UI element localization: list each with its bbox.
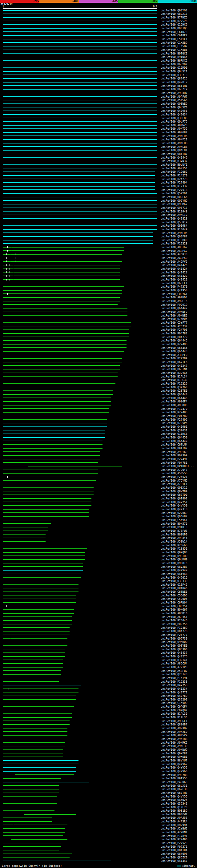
alignment-bar[interactable] bbox=[3, 534, 45, 534]
alignment-bar[interactable] bbox=[3, 204, 157, 205]
alignment-bar[interactable] bbox=[3, 739, 65, 739]
subject-id-label[interactable]: UniRef100_B6SLF1 bbox=[161, 282, 188, 285]
subject-id-label[interactable]: UniRef100_B9I013 bbox=[161, 526, 188, 529]
subject-id-label[interactable]: UniRef100_B6UY02 bbox=[161, 63, 188, 66]
subject-id-label[interactable]: UniRef100_A5BFB2 bbox=[161, 670, 188, 673]
alignment-bar[interactable] bbox=[3, 423, 107, 423]
alignment-bar[interactable] bbox=[3, 269, 120, 269]
subject-id-label[interactable]: UniRef100_P49063 bbox=[161, 780, 188, 784]
subject-id-label[interactable]: UniRef100_Q23143 bbox=[161, 673, 188, 676]
subject-id-label[interactable]: UniRef100_Q16HC9 bbox=[161, 23, 188, 26]
subject-id-label[interactable]: UniRef100_A7P1V3 bbox=[161, 666, 188, 669]
subject-id-label[interactable]: UniRef100_Q4YV62 bbox=[161, 763, 188, 766]
alignment-bar[interactable] bbox=[3, 232, 153, 233]
subject-id-label[interactable]: UniRef100_Q49B12 bbox=[161, 81, 188, 84]
subject-id-label[interactable]: UniRef100_Q4VY58 bbox=[161, 684, 188, 687]
alignment-bar[interactable] bbox=[3, 480, 96, 480]
alignment-bar[interactable] bbox=[3, 398, 111, 398]
subject-id-label[interactable]: UniRef100_P13851 bbox=[161, 547, 188, 550]
subject-id-label[interactable]: UniRef100_B1PL35 bbox=[161, 716, 188, 719]
alignment-bar[interactable] bbox=[3, 100, 157, 100]
alignment-bar[interactable] bbox=[3, 678, 61, 678]
alignment-bar[interactable] bbox=[3, 789, 59, 789]
subject-id-label[interactable]: UniRef100_Q41424 bbox=[161, 267, 188, 270]
alignment-bar[interactable] bbox=[3, 121, 157, 122]
alignment-bar[interactable] bbox=[3, 132, 157, 133]
subject-id-label[interactable]: UniRef100_C6TD73 bbox=[161, 30, 188, 34]
alignment-bar[interactable] bbox=[3, 225, 157, 226]
alignment-bar[interactable] bbox=[3, 96, 157, 97]
alignment-bar[interactable] bbox=[3, 139, 157, 140]
alignment-bar[interactable] bbox=[3, 261, 122, 262]
alignment-bar[interactable] bbox=[3, 351, 124, 352]
alignment-bar[interactable] bbox=[3, 276, 120, 276]
subject-id-label[interactable]: UniRef100_P12333 bbox=[161, 680, 188, 683]
alignment-bar[interactable] bbox=[3, 634, 70, 635]
alignment-bar[interactable] bbox=[3, 222, 157, 222]
subject-id-label[interactable]: UniRef100_P27490 bbox=[161, 838, 188, 841]
subject-id-label[interactable]: UniRef100_P04778 bbox=[161, 630, 188, 633]
subject-id-label[interactable]: UniRef100_P26521 bbox=[161, 475, 188, 478]
alignment-bar[interactable] bbox=[3, 828, 65, 829]
alignment-bar[interactable] bbox=[3, 21, 157, 21]
subject-id-label[interactable]: UniRef100_Q84698 bbox=[161, 852, 188, 856]
alignment-bar[interactable] bbox=[3, 555, 85, 556]
subject-id-label[interactable]: UniRef100_Q04046 bbox=[161, 587, 188, 590]
alignment-bar[interactable] bbox=[3, 552, 85, 553]
subject-id-label[interactable]: UniRef100_Q40247 bbox=[161, 364, 188, 367]
alignment-bar[interactable] bbox=[3, 566, 83, 567]
alignment-bar[interactable] bbox=[11, 839, 67, 840]
alignment-bar[interactable] bbox=[3, 717, 72, 718]
alignment-bar[interactable] bbox=[3, 527, 48, 527]
alignment-bar[interactable] bbox=[3, 240, 153, 241]
subject-id-label[interactable]: UniRef100_Q8VZB7 bbox=[161, 565, 188, 568]
subject-id-label[interactable]: UniRef100_D0F1Q5 bbox=[161, 27, 188, 30]
alignment-bar[interactable] bbox=[3, 111, 157, 111]
alignment-bar[interactable] bbox=[3, 746, 65, 746]
subject-id-label[interactable]: UniRef100_Q9XQB1 bbox=[161, 755, 188, 758]
subject-id-label[interactable]: UniRef100_Q67TH3 bbox=[161, 791, 188, 795]
alignment-bar[interactable] bbox=[3, 656, 65, 657]
subject-id-label[interactable]: UniRef100_A7QYM5 bbox=[161, 479, 188, 482]
subject-id-label[interactable]: UniRef100_Q8LX17 bbox=[161, 12, 188, 16]
subject-id-label[interactable]: UniRef100_Q64447 bbox=[161, 307, 188, 310]
subject-id-label[interactable]: UniRef100_P12329 bbox=[161, 382, 188, 385]
alignment-bar[interactable] bbox=[3, 35, 157, 36]
subject-id-label[interactable]: UniRef100_P27496 bbox=[161, 343, 188, 346]
subject-id-label[interactable]: UniRef100_Q67TF6 bbox=[161, 361, 188, 364]
alignment-bar[interactable] bbox=[3, 67, 157, 68]
alignment-bar[interactable] bbox=[3, 330, 129, 330]
alignment-bar[interactable] bbox=[3, 627, 70, 628]
subject-id-label[interactable]: UniRef100_A9NSV9 bbox=[161, 734, 188, 737]
alignment-bar[interactable] bbox=[3, 505, 91, 506]
alignment-bar[interactable] bbox=[3, 297, 120, 298]
subject-id-label[interactable]: UniRef100_Q40771 bbox=[161, 691, 188, 694]
subject-id-label[interactable]: UniRef100_P14279 bbox=[161, 174, 188, 177]
alignment-bar[interactable] bbox=[3, 337, 129, 337]
subject-id-label[interactable]: UniRef100_A6N154 bbox=[161, 167, 188, 170]
subject-id-label[interactable]: UniRef100_B1PL36 bbox=[161, 712, 188, 715]
subject-id-label[interactable]: UniRef100_Q49318 bbox=[161, 508, 188, 511]
alignment-bar[interactable] bbox=[3, 685, 80, 685]
subject-id-label[interactable]: UniRef100_Q39341 bbox=[161, 802, 188, 805]
subject-id-label[interactable]: UniRef100_C6T8F7 bbox=[161, 34, 188, 37]
subject-id-label[interactable]: UniRef100_P92919 bbox=[161, 303, 188, 306]
subject-id-label[interactable]: UniRef100_Q8W7B9 bbox=[161, 490, 188, 493]
alignment-bar[interactable] bbox=[3, 516, 89, 517]
alignment-bar[interactable] bbox=[3, 584, 78, 585]
alignment-bar[interactable] bbox=[3, 283, 124, 283]
alignment-bar[interactable] bbox=[3, 333, 129, 334]
subject-id-label[interactable]: UniRef100_P47370 bbox=[161, 285, 188, 288]
alignment-bar[interactable] bbox=[3, 832, 65, 833]
alignment-bar[interactable] bbox=[3, 401, 111, 402]
alignment-bar[interactable] bbox=[3, 613, 74, 614]
subject-id-label[interactable]: UniRef100_Q4YV48 bbox=[161, 572, 188, 576]
alignment-bar[interactable] bbox=[3, 753, 63, 753]
alignment-bar[interactable] bbox=[3, 825, 67, 825]
subject-id-label[interactable]: UniRef100_Q64450 bbox=[161, 436, 188, 439]
subject-id-label[interactable]: UniRef100_A25732 bbox=[161, 325, 188, 328]
subject-id-label[interactable]: UniRef100_B6RKX2 bbox=[161, 59, 188, 62]
alignment-bar[interactable] bbox=[3, 659, 63, 660]
subject-id-label[interactable]: UniRef100_B9IS55 bbox=[161, 777, 188, 780]
subject-id-label[interactable]: UniRef100_P24278 bbox=[161, 178, 188, 181]
